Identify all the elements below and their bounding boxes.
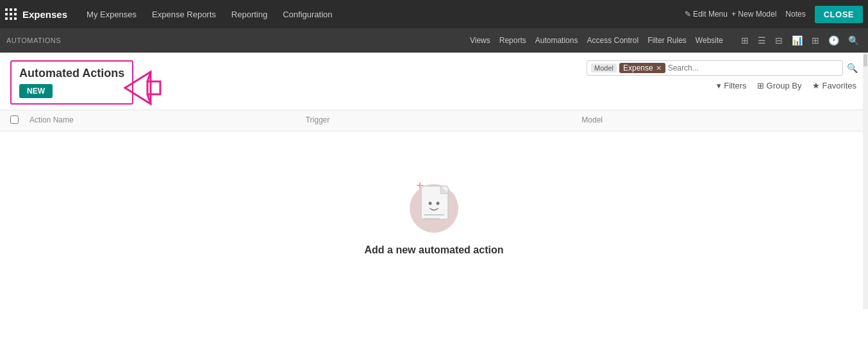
search-submit-icon[interactable]: 🔍	[847, 63, 858, 73]
group-by-button[interactable]: ⊞ Group By	[757, 81, 802, 90]
favorites-button[interactable]: ★ Favorites	[812, 81, 856, 90]
svg-rect-1	[147, 81, 160, 94]
scrollbar-thumb[interactable]	[864, 54, 867, 67]
nav-website[interactable]: Website	[696, 36, 723, 45]
kanban-view-icon[interactable]: ⊞	[739, 34, 751, 47]
arrow-annotation	[112, 65, 163, 112]
edit-menu-button[interactable]: ✎ Edit Menu	[685, 10, 728, 19]
clock-icon[interactable]: 🕐	[826, 34, 842, 47]
favorites-label: Favorites	[822, 81, 856, 90]
notes-button[interactable]: Notes	[780, 7, 810, 21]
secondary-nav-links: Views Reports Automations Access Control…	[470, 34, 862, 47]
nav-items: My Expenses Expense Reports Reporting Co…	[80, 6, 685, 23]
search-area: Model Expense ✕ 🔍 ▾ Filters ⊞ Group By	[133, 60, 858, 90]
empty-state: Add a new automated action	[0, 131, 868, 294]
page-header: Automated Actions NEW Model Expense ✕	[0, 53, 868, 110]
search-bar-row: Model Expense ✕ 🔍	[587, 60, 858, 76]
nav-views[interactable]: Views	[470, 36, 490, 45]
app-grid-icon[interactable]	[5, 8, 17, 21]
header-search-icon[interactable]: 🔍	[846, 34, 862, 47]
group-by-label: Group By	[767, 81, 802, 90]
empty-state-illustration	[402, 170, 466, 234]
nav-access-control[interactable]: Access Control	[587, 36, 638, 45]
empty-state-text: Add a new automated action	[365, 244, 504, 256]
nav-automations[interactable]: Automations	[535, 36, 578, 45]
nav-reports[interactable]: Reports	[499, 36, 526, 45]
top-right-actions: ✎ Edit Menu + New Model Notes CLOSE	[685, 6, 863, 23]
scrollbar[interactable]	[863, 53, 868, 309]
secondary-nav: AUTOMATIONS Views Reports Automations Ac…	[0, 28, 868, 53]
list-view-icon[interactable]: ☰	[755, 34, 769, 47]
svg-point-7	[429, 202, 432, 205]
column-action-name[interactable]: Action Name	[29, 115, 306, 126]
group-by-icon: ⊞	[757, 81, 764, 90]
filter-icon: ▾	[717, 81, 721, 90]
search-expense-tag: Expense ✕	[619, 63, 665, 73]
nav-reporting[interactable]: Reporting	[225, 6, 274, 23]
search-input[interactable]	[665, 62, 839, 74]
search-tag-text: Expense	[623, 64, 653, 72]
new-button[interactable]: NEW	[19, 84, 53, 98]
column-model[interactable]: Model	[581, 115, 858, 126]
star-icon: ★	[812, 81, 820, 90]
nav-expense-reports[interactable]: Expense Reports	[146, 6, 222, 23]
search-model-label: Model	[591, 64, 617, 72]
search-tag-container: Model Expense ✕	[587, 60, 843, 76]
search-tag-close-icon[interactable]: ✕	[656, 64, 662, 72]
filters-button[interactable]: ▾ Filters	[717, 81, 746, 90]
main-area: Automated Actions NEW Model Expense ✕	[0, 53, 868, 356]
nav-filter-rules[interactable]: Filter Rules	[647, 36, 687, 45]
new-model-button[interactable]: + New Model	[731, 10, 776, 19]
close-button[interactable]: CLOSE	[815, 6, 863, 23]
filter-row: ▾ Filters ⊞ Group By ★ Favorites	[717, 81, 858, 90]
column-checkbox[interactable]	[10, 115, 29, 126]
section-label: AUTOMATIONS	[6, 37, 61, 44]
page-title: Automated Actions	[19, 67, 124, 80]
brand-name[interactable]: Expenses	[22, 9, 67, 20]
svg-point-8	[437, 202, 440, 205]
nav-my-expenses[interactable]: My Expenses	[80, 6, 143, 23]
view-icons: ⊞ ☰ ⊟ 📊 ⊞ 🕐 🔍	[739, 34, 862, 47]
graph-view-icon[interactable]: 📊	[789, 34, 805, 47]
select-all-checkbox[interactable]	[10, 115, 19, 124]
table-header: Action Name Trigger Model	[0, 110, 868, 131]
nav-configuration[interactable]: Configuration	[276, 6, 338, 23]
top-nav: Expenses My Expenses Expense Reports Rep…	[0, 0, 868, 28]
filters-label: Filters	[724, 81, 746, 90]
column-trigger[interactable]: Trigger	[306, 115, 582, 126]
pivot-view-icon[interactable]: ⊟	[772, 34, 785, 47]
activity-view-icon[interactable]: ⊞	[809, 34, 822, 47]
